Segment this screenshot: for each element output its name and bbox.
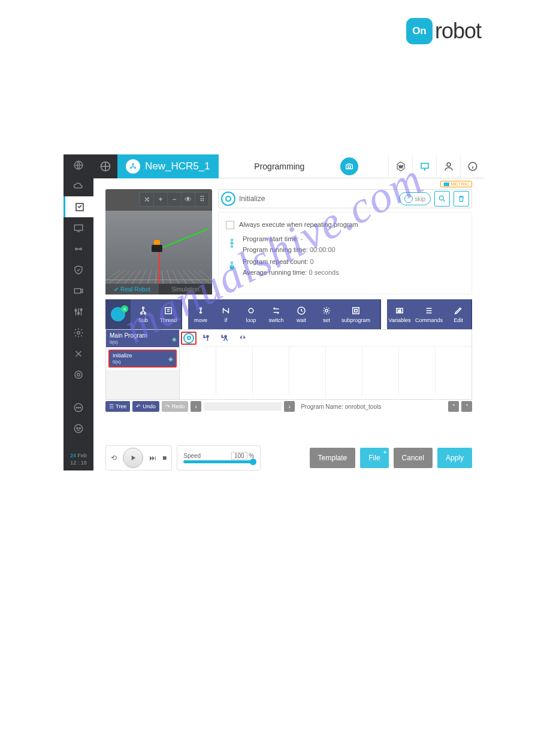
tab-simulation[interactable]: Simulation <box>159 284 212 294</box>
ribbon-loop-button[interactable]: loop <box>238 299 264 329</box>
timeline-initialize-node[interactable]: Initialize 0(s) ◈ <box>108 350 177 368</box>
timeline-track[interactable] <box>180 347 471 396</box>
collapse-down-icon[interactable]: ˅ <box>461 401 472 412</box>
3d-viewport[interactable]: ⤭ + − 👁 ⠿ ✔Real Robot Simulatio <box>105 189 212 294</box>
cancel-button[interactable]: Cancel <box>394 448 433 468</box>
play-button[interactable] <box>123 448 143 468</box>
viewport-grid-icon[interactable]: ⠿ <box>195 193 208 206</box>
speed-label: Speed <box>183 453 201 459</box>
svg-text:W: W <box>398 164 403 169</box>
hexagon-w-icon[interactable]: W <box>388 154 412 178</box>
svg-point-46 <box>207 335 208 337</box>
svg-rect-42 <box>355 309 358 312</box>
stack-icon: ◈ <box>172 335 177 342</box>
brand-name: robot <box>435 19 481 44</box>
ribbon-edit-button[interactable]: Edit <box>446 299 471 329</box>
ribbon-move-button[interactable]: move <box>188 299 213 329</box>
tab-real-robot[interactable]: ✔Real Robot <box>105 284 159 294</box>
tree-button[interactable]: ☰Tree <box>105 401 130 412</box>
template-button[interactable]: Template <box>310 448 356 468</box>
nav-next-icon[interactable]: › <box>284 401 295 412</box>
search-icon[interactable] <box>434 191 450 207</box>
svg-text:24: 24 <box>230 266 234 269</box>
always-execute-label: Always execute when repeating program <box>239 221 358 228</box>
track-initialize-icon[interactable] <box>181 332 197 345</box>
ribbon-subprogram-button[interactable]: subprogram <box>339 299 373 329</box>
ribbon-wait-button[interactable]: wait <box>289 299 314 329</box>
svg-point-30 <box>231 246 233 248</box>
sidebar-item-link[interactable] <box>64 238 93 259</box>
repeat-icon[interactable]: ⟲ <box>111 454 117 462</box>
sidebar-item-tools[interactable] <box>64 343 93 364</box>
stop-icon[interactable]: ■ <box>162 454 167 462</box>
trash-icon[interactable] <box>454 191 469 207</box>
svg-point-35 <box>141 312 143 314</box>
svg-rect-41 <box>353 308 359 314</box>
ribbon-sub-button[interactable]: Sub <box>131 299 156 329</box>
svg-point-34 <box>143 307 144 309</box>
metric-badge[interactable]: ▮▮▮METRIC <box>440 181 472 187</box>
top-system-icon[interactable] <box>93 154 117 178</box>
sidebar-item-program[interactable] <box>64 196 93 217</box>
always-execute-checkbox[interactable] <box>226 221 234 229</box>
step-forward-icon[interactable]: ⏭ <box>149 454 156 462</box>
sidebar-item-globe[interactable] <box>64 154 93 175</box>
ribbon-thread-button[interactable]: Thread <box>156 299 181 329</box>
ribbon-commands-button[interactable]: Commands <box>412 299 446 329</box>
sidebar-item-sliders[interactable] <box>64 301 93 322</box>
redo-button[interactable]: ↷Redo <box>162 401 189 412</box>
info-icon[interactable] <box>460 154 484 178</box>
sidebar-item-robot[interactable] <box>64 418 93 439</box>
svg-point-26 <box>447 163 451 166</box>
ribbon-set-button[interactable]: set <box>314 299 339 329</box>
ribbon-node-button[interactable] <box>105 299 131 329</box>
timeline-main-program[interactable]: Main Program 0(s) ◈ <box>106 330 179 347</box>
monitor-icon[interactable] <box>412 154 436 178</box>
svg-point-8 <box>80 308 82 310</box>
sidebar-item-monitor[interactable] <box>64 217 93 238</box>
ribbon-switch-button[interactable]: switch <box>264 299 289 329</box>
timeline-scrollbar[interactable] <box>204 402 282 411</box>
track-waypoint1-icon[interactable]: L <box>199 332 214 345</box>
skip-button[interactable]: skip <box>399 192 431 205</box>
collapse-up-icon[interactable]: ˄ <box>448 401 459 412</box>
viewport-eye-icon[interactable]: 👁 <box>182 193 195 206</box>
viewport-axes-icon[interactable]: ⤭ <box>140 193 153 206</box>
top-camera-button[interactable] <box>340 157 358 175</box>
program-title-tab[interactable]: New_HCR5_1 <box>117 154 219 178</box>
user-icon[interactable] <box>436 154 460 178</box>
svg-point-29 <box>231 239 233 241</box>
sidebar-item-camera[interactable] <box>64 280 93 301</box>
svg-point-10 <box>75 371 82 378</box>
initialize-icon <box>221 192 235 206</box>
left-sidebar: 24 Feb 12 : 18 <box>64 154 93 470</box>
viewport-toolbar: ⤭ + − 👁 ⠿ <box>139 192 210 207</box>
viewport-zoom-out-icon[interactable]: − <box>168 193 181 206</box>
svg-point-15 <box>80 407 81 408</box>
sidebar-item-gear[interactable] <box>64 322 93 343</box>
topbar: New_HCR5_1 Programming W <box>93 154 484 178</box>
viewport-zoom-in-icon[interactable]: + <box>154 193 167 206</box>
nav-prev-icon[interactable]: ‹ <box>191 401 201 412</box>
file-button[interactable]: File+ <box>360 448 388 468</box>
track-gripper-icon[interactable] <box>235 332 250 345</box>
page-title: Programming <box>219 162 340 171</box>
timeline: Main Program 0(s) ◈ Initialize 0(s) ◈ <box>105 329 472 400</box>
svg-point-20 <box>132 163 134 165</box>
sidebar-item-shield[interactable] <box>64 259 93 280</box>
apply-button[interactable]: Apply <box>437 448 472 468</box>
ribbon-variables-button[interactable]: x1Variables <box>387 299 412 329</box>
svg-point-38 <box>200 308 202 309</box>
brand-logo: On robot <box>406 18 481 44</box>
viewport-scene[interactable] <box>105 211 212 284</box>
program-icon <box>126 159 140 174</box>
speed-slider[interactable] <box>183 460 254 463</box>
speed-control[interactable]: Speed 100 % <box>177 445 261 470</box>
sidebar-item-chat[interactable] <box>64 397 93 418</box>
initialize-title: Initialize <box>239 195 265 203</box>
ribbon-if-button[interactable]: if <box>213 299 238 329</box>
track-waypoint2-icon[interactable]: L <box>217 332 232 345</box>
undo-button[interactable]: ↶Undo <box>132 401 159 412</box>
sidebar-item-cloud[interactable] <box>64 175 93 196</box>
sidebar-item-target[interactable] <box>64 364 93 385</box>
